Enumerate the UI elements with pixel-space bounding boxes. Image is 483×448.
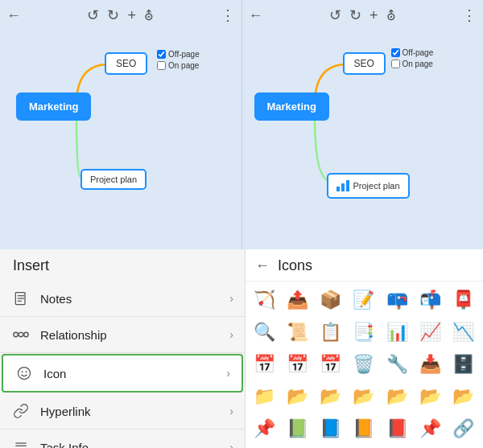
hyperlink-arrow-icon: › — [229, 405, 233, 417]
notes-icon — [11, 289, 31, 308]
left-redo-button[interactable]: ↻ — [107, 6, 119, 24]
right-onpage-label: On page — [402, 60, 433, 68]
right-toolbar: ← ↺ ↻ + ⛢ ⋮ — [242, 6, 484, 24]
left-back-button[interactable]: ← — [6, 7, 21, 24]
icon-cell[interactable]: 📘 — [316, 413, 346, 444]
svg-point-8 — [26, 371, 27, 372]
icon-cell[interactable]: 📂 — [349, 381, 379, 412]
icon-cell[interactable]: 📪 — [382, 285, 412, 315]
notes-label: Notes — [40, 292, 229, 306]
right-format-button[interactable]: ⛢ — [386, 8, 396, 23]
icon-cell[interactable]: 🔗 — [448, 413, 479, 444]
hyperlink-label: Hyperlink — [40, 405, 229, 418]
taskinfo-icon — [11, 438, 31, 448]
icons-back-button[interactable]: ← — [255, 257, 270, 274]
icon-cell[interactable]: 📌 — [249, 413, 279, 444]
icon-cell[interactable]: 📂 — [282, 381, 312, 412]
svg-point-4 — [14, 332, 19, 337]
icon-arrow-icon: › — [226, 367, 230, 380]
svg-point-7 — [22, 371, 23, 372]
icon-cell[interactable]: 📅 — [249, 349, 279, 380]
insert-taskinfo-item[interactable]: Task Info › — [0, 430, 245, 448]
icon-cell[interactable]: 📂 — [382, 381, 412, 412]
right-back-button[interactable]: ← — [249, 7, 263, 24]
right-redo-button[interactable]: ↻ — [349, 6, 361, 24]
left-format-button[interactable]: ⛢ — [144, 8, 154, 23]
icon-cell[interactable]: 📬 — [415, 285, 445, 315]
icon-cell[interactable]: 📈 — [415, 317, 445, 347]
bottom-area: Insert Notes › — [0, 249, 483, 448]
left-seo-node[interactable]: SEO — [105, 52, 147, 75]
icon-cell[interactable]: 📉 — [448, 317, 479, 347]
icon-cell[interactable]: 📑 — [349, 317, 379, 347]
icon-cell[interactable]: 📅 — [316, 349, 346, 380]
icon-cell[interactable]: 📤 — [282, 285, 312, 315]
icons-grid: 🏹 📤 📦 📝 📪 📬 📮 🔍 📜 📋 📑 📊 📈 📉 📅 📅 📅 🗑️ 🔧 📥… — [246, 282, 483, 448]
icon-cell[interactable]: 📂 — [448, 381, 479, 412]
icon-cell[interactable]: 📥 — [415, 349, 445, 380]
icon-cell[interactable]: 📊 — [382, 317, 412, 347]
icon-cell[interactable]: 📜 — [282, 317, 312, 347]
icon-cell[interactable]: 📕 — [382, 413, 412, 444]
notes-arrow-icon: › — [229, 292, 233, 305]
right-diagram-lines — [242, 0, 484, 249]
icons-panel: ← Icons 🏹 📤 📦 📝 📪 📬 📮 🔍 📜 📋 📑 📊 📈 📉 📅 📅 … — [246, 249, 483, 448]
taskinfo-arrow-icon: › — [229, 441, 233, 448]
right-seo-node[interactable]: SEO — [343, 52, 386, 75]
left-onpage-checkbox[interactable] — [157, 61, 166, 70]
icon-cell[interactable]: 📦 — [316, 285, 346, 315]
left-checkboxes: Off-page On page — [157, 50, 200, 72]
insert-header: Insert — [0, 249, 245, 281]
left-more-button[interactable]: ⋮ — [221, 6, 235, 24]
icon-cell[interactable]: 📂 — [415, 381, 445, 412]
icon-cell[interactable]: 📝 — [349, 285, 379, 315]
right-diagram-panel: ← ↺ ↻ + ⛢ ⋮ Marketing SEO Off-page On pa… — [242, 0, 484, 249]
insert-icon-item[interactable]: Icon › — [2, 354, 243, 393]
icon-cell[interactable]: 📋 — [316, 317, 346, 347]
icon-cell[interactable]: 📮 — [448, 285, 479, 315]
left-offpage-label: Off-page — [168, 50, 200, 59]
icon-cell[interactable]: 🗑️ — [349, 349, 379, 380]
right-project-node[interactable]: Project plan — [327, 173, 410, 199]
right-offpage-label: Off-page — [402, 48, 434, 57]
left-onpage-label: On page — [168, 61, 199, 70]
icon-cell[interactable]: 🔧 — [382, 349, 412, 380]
insert-notes-item[interactable]: Notes › — [0, 281, 245, 317]
icon-cell[interactable]: 📗 — [282, 413, 312, 444]
icon-cell[interactable]: 📌 — [415, 413, 445, 444]
icon-cell[interactable]: 🏹 — [249, 285, 279, 315]
insert-panel: Insert Notes › — [0, 249, 246, 448]
insert-hyperlink-item[interactable]: Hyperlink › — [0, 393, 245, 430]
icon-cell[interactable]: 📂 — [316, 381, 346, 412]
right-onpage-checkbox[interactable] — [391, 60, 400, 68]
icon-cell[interactable]: 📅 — [282, 349, 312, 380]
right-offpage-checkbox[interactable] — [391, 48, 400, 57]
svg-point-6 — [19, 368, 31, 380]
icon-label: Icon — [43, 367, 226, 380]
diagram-area: ← ↺ ↻ + ⛢ ⋮ Marketing SEO Off-page On — [0, 0, 483, 249]
right-marketing-node[interactable]: Marketing — [254, 92, 329, 121]
icons-header: ← Icons — [246, 249, 483, 282]
icon-cell[interactable]: 🗄️ — [448, 349, 479, 380]
insert-relationship-item[interactable]: Relationship › — [0, 317, 245, 353]
left-undo-button[interactable]: ↺ — [87, 6, 99, 24]
icon-cell[interactable]: 📙 — [349, 413, 379, 444]
right-more-button[interactable]: ⋮ — [462, 6, 477, 24]
left-diagram-panel: ← ↺ ↻ + ⛢ ⋮ Marketing SEO Off-page On — [0, 0, 242, 249]
icon-cell[interactable]: 📁 — [249, 381, 279, 412]
project-chart-icon — [336, 179, 349, 193]
icon-cell[interactable]: 🔍 — [249, 317, 279, 347]
right-add-button[interactable]: + — [369, 7, 378, 24]
icon-smiley-icon — [14, 364, 34, 383]
hyperlink-icon — [11, 401, 31, 421]
taskinfo-label: Task Info — [40, 441, 229, 449]
svg-point-5 — [24, 332, 28, 337]
right-checkboxes: Off-page On page — [391, 48, 434, 71]
left-add-button[interactable]: + — [127, 7, 136, 24]
left-toolbar: ← ↺ ↻ + ⛢ ⋮ — [0, 6, 242, 24]
left-project-node[interactable]: Project plan — [80, 169, 147, 190]
relationship-icon — [11, 325, 31, 344]
left-offpage-checkbox[interactable] — [157, 50, 166, 59]
left-marketing-node[interactable]: Marketing — [16, 92, 91, 121]
right-undo-button[interactable]: ↺ — [329, 6, 341, 24]
